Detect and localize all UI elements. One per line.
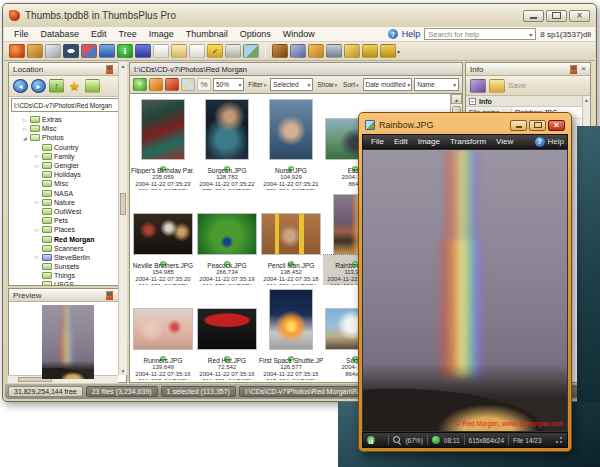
- filter-button[interactable]: Filter▾: [246, 81, 268, 88]
- thumbnail-cell[interactable]: i Flipper's Birthday Par... 235,059 2004…: [131, 95, 195, 190]
- address-combo[interactable]: I:\CDs\CD-v7\Photos\Red Morgan ▾: [11, 98, 124, 112]
- tree-item[interactable]: Scanners: [9, 244, 116, 253]
- tree-item[interactable]: ▷ Extras: [9, 115, 116, 124]
- save-folder-icon[interactable]: [489, 79, 505, 93]
- collapse-icon[interactable]: −: [469, 98, 476, 105]
- favorites-star-icon[interactable]: [67, 79, 82, 93]
- menu-item[interactable]: Tree: [113, 28, 143, 40]
- plug-icon[interactable]: [272, 44, 288, 58]
- tree-item[interactable]: ▷ Misc: [9, 124, 116, 133]
- tree-expand-icon[interactable]: ▷: [22, 126, 28, 132]
- scroll-up-icon[interactable]: ▲: [119, 62, 127, 70]
- menu-item[interactable]: View: [491, 137, 518, 146]
- page-icon[interactable]: [153, 44, 169, 58]
- thumbnail-cell[interactable]: i Red Hat.JPG 72,542 2004-11-22 07:35:16…: [195, 285, 259, 380]
- up-folder-icon[interactable]: [49, 79, 64, 93]
- help-label[interactable]: Help: [548, 137, 564, 146]
- tree-expand-icon[interactable]: ▷: [22, 117, 28, 123]
- tree-expand-icon[interactable]: ▷: [34, 227, 40, 233]
- slideshow-icon[interactable]: [149, 78, 163, 91]
- close-button[interactable]: [548, 120, 565, 131]
- tools-icon[interactable]: [290, 44, 306, 58]
- thumbnail-cell[interactable]: i Surgeon.JPG 128,783 2004-11-22 07:35:2…: [195, 95, 259, 190]
- minimize-button[interactable]: [523, 10, 544, 22]
- tree-item[interactable]: Pets: [9, 216, 116, 225]
- discs-icon[interactable]: [81, 44, 97, 58]
- tree-item[interactable]: Red Morgan: [9, 234, 116, 243]
- pin-icon[interactable]: [570, 65, 577, 74]
- show-button[interactable]: Show▾: [315, 81, 339, 88]
- thumbnail-cell[interactable]: i Peacock.JPG 266,734 2004-11-22 07:35:1…: [195, 190, 259, 285]
- info-icon[interactable]: [117, 44, 133, 58]
- wand-icon[interactable]: [344, 44, 360, 58]
- pin-icon[interactable]: [9, 44, 25, 58]
- maximize-button[interactable]: [546, 10, 567, 22]
- close-button[interactable]: [569, 10, 590, 22]
- help-icon[interactable]: ?: [388, 29, 398, 39]
- tree-item[interactable]: ▷ SteveBerlin: [9, 253, 116, 262]
- green-arrow-icon[interactable]: [133, 78, 147, 91]
- tree-expand-icon[interactable]: ▷: [34, 254, 40, 260]
- pin-icon[interactable]: [106, 291, 113, 300]
- thumbnail-cell[interactable]: i Runners.JPG 139,649 2004-11-22 07:35:1…: [131, 285, 195, 380]
- fill-color-icon[interactable]: [362, 44, 378, 58]
- scrollbar-thumb[interactable]: [120, 193, 126, 215]
- save-button[interactable]: Save: [508, 81, 526, 90]
- checklist-icon[interactable]: [207, 44, 223, 58]
- info-group-header[interactable]: − Info: [466, 96, 582, 107]
- tree-item[interactable]: Sunsets: [9, 262, 116, 271]
- viewer-title-bar[interactable]: Rainbow.JPG: [362, 116, 568, 134]
- tree-item[interactable]: USGS: [9, 280, 116, 285]
- tree-item[interactable]: NASA: [9, 189, 116, 198]
- folder-clock-icon[interactable]: [308, 44, 324, 58]
- filter-combo[interactable]: Selected ▾: [270, 78, 313, 91]
- mouse-icon[interactable]: [45, 44, 61, 58]
- menu-item[interactable]: Transform: [445, 137, 491, 146]
- back-icon[interactable]: [13, 79, 28, 93]
- help-icon[interactable]: ?: [535, 137, 545, 147]
- folder-page-icon[interactable]: [171, 44, 187, 58]
- tree-expand-icon[interactable]: ▷: [34, 199, 40, 205]
- thumbnail-cell[interactable]: i Pencil Man.JPG 138,452 2004-11-22 07:3…: [259, 190, 323, 285]
- menu-item[interactable]: Database: [35, 28, 86, 40]
- tree-item[interactable]: ▷ Gengler: [9, 161, 116, 170]
- tree-item[interactable]: Holidays: [9, 170, 116, 179]
- title-bar[interactable]: Thumbs.tpdb8 in ThumbsPlus Pro: [3, 4, 596, 27]
- minimize-button[interactable]: [510, 120, 527, 131]
- menu-item[interactable]: Options: [234, 28, 277, 40]
- tag-icon[interactable]: [165, 78, 179, 91]
- tree-vertical-scrollbar[interactable]: ▲ ▼: [118, 62, 127, 286]
- menu-item[interactable]: File: [366, 137, 389, 146]
- help-search-input[interactable]: Search for help ▾: [424, 28, 536, 40]
- close-icon[interactable]: ×: [581, 65, 586, 73]
- scroll-up-icon[interactable]: ▲: [583, 96, 590, 104]
- blank-page-icon[interactable]: [189, 44, 205, 58]
- tree-item[interactable]: ◢ Photos: [9, 133, 116, 142]
- menu-item[interactable]: Image: [143, 28, 180, 40]
- chevron-down-icon[interactable]: ▾: [397, 48, 400, 55]
- thumbnail-cell[interactable]: i Neville Brothers.JPG 154,985 2004-11-2…: [131, 190, 195, 285]
- monitor-icon[interactable]: [99, 44, 115, 58]
- zoom-combo[interactable]: 50% ▾: [213, 78, 244, 91]
- fill-color-alt-icon[interactable]: [380, 44, 396, 58]
- disks-icon[interactable]: [326, 44, 342, 58]
- scroll-up-icon[interactable]: ▲: [451, 94, 462, 104]
- printer-icon[interactable]: [225, 44, 241, 58]
- tree-item[interactable]: Things: [9, 271, 116, 280]
- resize-grip[interactable]: [555, 436, 563, 444]
- eye-icon[interactable]: [63, 44, 79, 58]
- display-icon[interactable]: [135, 44, 151, 58]
- pin-icon[interactable]: [106, 65, 113, 74]
- tree-item[interactable]: OutWest: [9, 207, 116, 216]
- camera-acquire-icon[interactable]: [27, 44, 43, 58]
- tree-item[interactable]: ▷ Nature: [9, 198, 116, 207]
- menu-item[interactable]: Window: [277, 28, 321, 40]
- thumbnail-cell[interactable]: i First Space Shuttle.JPG 126,577 2004-1…: [259, 285, 323, 380]
- info-icon[interactable]: i: [367, 436, 375, 444]
- folders-icon[interactable]: [85, 79, 100, 93]
- menu-item[interactable]: Image: [413, 137, 445, 146]
- grid-icon[interactable]: [181, 78, 195, 91]
- tree-expand-icon[interactable]: ◢: [22, 135, 28, 141]
- percent-icon[interactable]: [197, 78, 211, 91]
- menu-item[interactable]: Edit: [85, 28, 113, 40]
